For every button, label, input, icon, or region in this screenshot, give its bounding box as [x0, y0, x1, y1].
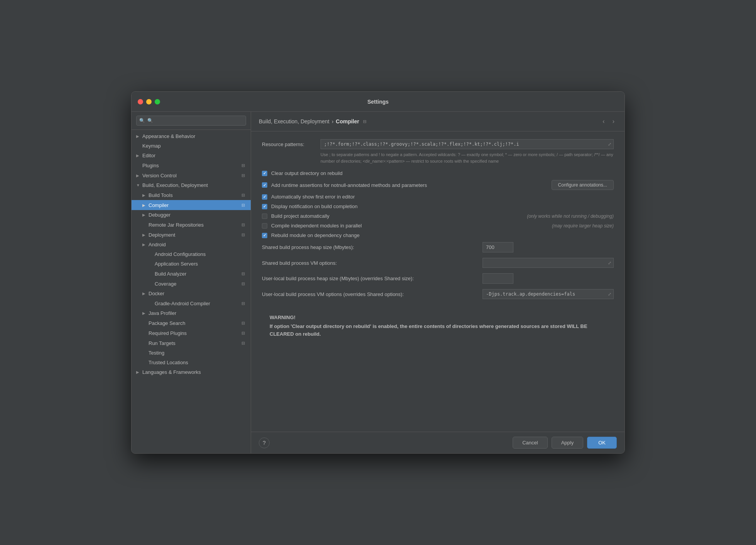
sidebar-item-label: Plugins [142, 163, 240, 168]
sidebar-item-app-servers[interactable]: Application Servers [132, 259, 251, 269]
sidebar-item-android[interactable]: ▶ Android [132, 240, 251, 249]
footer-buttons: Cancel Apply OK [513, 437, 617, 449]
shared-vm-label: Shared build process VM options: [262, 260, 478, 266]
close-button[interactable] [138, 99, 143, 104]
add-runtime-checkbox[interactable] [262, 182, 267, 188]
configure-annotations-button[interactable]: Configure annotations... [552, 180, 614, 190]
breadcrumb-current: Compiler [336, 118, 359, 124]
warning-text: If option 'Clear output directory on reb… [270, 323, 606, 338]
search-input[interactable] [136, 116, 246, 126]
sidebar-item-testing[interactable]: Testing [132, 348, 251, 358]
build-auto-checkbox[interactable] [262, 214, 267, 219]
sidebar-item-label: Android [148, 242, 246, 247]
sidebar-item-docker[interactable]: ▶ Docker [132, 289, 251, 298]
resource-input-wrapper: ⤢ [321, 139, 614, 149]
cancel-button[interactable]: Cancel [513, 437, 547, 449]
compile-parallel-checkbox[interactable] [262, 223, 267, 229]
sync-icon: ⊟ [240, 192, 246, 198]
sidebar-item-editor[interactable]: ▶ Editor [132, 151, 251, 160]
sidebar-item-appearance[interactable]: ▶ Appearance & Behavior [132, 131, 251, 141]
sidebar-item-compiler[interactable]: ▶ Compiler ⊟ [132, 200, 251, 210]
ok-button[interactable]: OK [587, 437, 617, 449]
sidebar-item-plugins[interactable]: Plugins ⊟ [132, 160, 251, 170]
help-button[interactable]: ? [259, 437, 270, 448]
maximize-button[interactable] [155, 99, 160, 104]
sidebar-item-required-plugins[interactable]: Required Plugins ⊟ [132, 328, 251, 338]
sidebar-item-keymap[interactable]: Keymap [132, 141, 251, 151]
footer: ? Cancel Apply OK [251, 432, 624, 453]
local-vm-row: User-local build process VM options (ove… [262, 289, 614, 299]
expand-arrow-icon: ▶ [142, 242, 148, 247]
shared-heap-label: Shared build process heap size (Mbytes): [262, 244, 478, 250]
warning-box: WARNING! If option 'Clear output directo… [262, 308, 614, 344]
window-title: Settings [367, 99, 388, 105]
sync-icon: ⊟ [240, 222, 246, 228]
sidebar-item-package-search[interactable]: Package Search ⊟ [132, 318, 251, 328]
checkbox-add-runtime: Add runtime assertions for notnull-annot… [262, 180, 614, 190]
shared-heap-input[interactable] [483, 242, 513, 252]
sidebar-item-build-execution[interactable]: ▼ Build, Execution, Deployment [132, 180, 251, 190]
sync-icon: ⊟ [240, 172, 246, 178]
expand-arrow-icon: ▶ [136, 134, 142, 138]
local-vm-input[interactable] [483, 289, 614, 299]
sidebar-item-label: Build Tools [148, 192, 240, 198]
sidebar-item-label: Build, Execution, Deployment [142, 182, 246, 188]
clear-output-label: Clear output directory on rebuild [271, 170, 614, 176]
display-notification-label: Display notification on build completion [271, 204, 614, 209]
sync-icon: ⊟ [240, 271, 246, 277]
sidebar-item-run-targets[interactable]: Run Targets ⊟ [132, 338, 251, 348]
sidebar-item-deployment[interactable]: ▶ Deployment ⊟ [132, 230, 251, 240]
shared-vm-input[interactable] [483, 258, 614, 268]
sidebar-item-gradle-android[interactable]: Gradle-Android Compiler ⊟ [132, 298, 251, 308]
sidebar-item-label: Debugger [148, 212, 246, 218]
shared-vm-row: Shared build process VM options: ⤢ [262, 258, 614, 268]
window-controls [138, 99, 160, 104]
sidebar-item-java-profiler[interactable]: ▶ Java Profiler [132, 308, 251, 318]
resource-patterns-input[interactable] [321, 139, 614, 149]
apply-button[interactable]: Apply [552, 437, 584, 449]
sidebar-item-build-analyzer[interactable]: Build Analyzer ⊟ [132, 269, 251, 279]
settings-window: Settings 🔍 ▶ Appearance & Behavior [131, 91, 625, 454]
display-notification-checkbox[interactable] [262, 204, 267, 209]
compile-parallel-note: (may require larger heap size) [552, 223, 614, 229]
sync-icon: ⊟ [240, 300, 246, 306]
build-auto-note: (only works while not running / debuggin… [527, 214, 614, 219]
sidebar-item-label: Docker [148, 291, 246, 296]
sync-icon: ⊟ [240, 202, 246, 208]
auto-show-checkbox[interactable] [262, 194, 267, 200]
sidebar-nav: ▶ Appearance & Behavior Keymap ▶ Editor … [132, 130, 251, 453]
sidebar-item-version-control[interactable]: ▶ Version Control ⊟ [132, 170, 251, 180]
expand-arrow-icon: ▶ [142, 291, 148, 296]
expand-arrow-icon: ▶ [136, 153, 142, 158]
clear-output-checkbox[interactable] [262, 171, 267, 176]
rebuild-module-checkbox[interactable] [262, 233, 267, 238]
sidebar-item-coverage[interactable]: Coverage ⊟ [132, 279, 251, 289]
checkbox-rebuild-module: Rebuild module on dependency change [262, 232, 614, 238]
sidebar-item-android-configs[interactable]: Android Configurations [132, 249, 251, 259]
panel-header: Build, Execution, Deployment › Compiler … [251, 112, 624, 131]
sidebar-item-label: Gradle-Android Compiler [155, 301, 240, 306]
sidebar-item-remote-jar[interactable]: Remote Jar Repositories ⊟ [132, 220, 251, 230]
sidebar-item-trusted-locations[interactable]: Trusted Locations [132, 358, 251, 367]
local-heap-input[interactable] [483, 273, 513, 284]
nav-back-button[interactable]: ‹ [600, 117, 607, 126]
expand-arrow-icon: ▶ [142, 193, 148, 197]
sidebar-item-build-tools[interactable]: ▶ Build Tools ⊟ [132, 190, 251, 200]
minimize-button[interactable] [146, 99, 152, 104]
rebuild-module-label: Rebuild module on dependency change [271, 232, 614, 238]
sidebar-item-label: Deployment [148, 232, 240, 238]
expand-arrow-icon: ▶ [142, 213, 148, 217]
add-runtime-label: Add runtime assertions for notnull-annot… [271, 182, 548, 188]
checkbox-compile-parallel: Compile independent modules in parallel … [262, 223, 614, 229]
breadcrumb: Build, Execution, Deployment › Compiler … [259, 118, 366, 124]
sidebar-item-languages[interactable]: ▶ Languages & Frameworks [132, 367, 251, 377]
main-panel: Build, Execution, Deployment › Compiler … [251, 112, 624, 453]
content-area: 🔍 ▶ Appearance & Behavior Keymap ▶ [132, 112, 624, 453]
local-heap-row: User-local build process heap size (Mbyt… [262, 273, 614, 284]
breadcrumb-parent[interactable]: Build, Execution, Deployment [259, 118, 329, 124]
sidebar-item-label: Appearance & Behavior [142, 133, 246, 139]
nav-forward-button[interactable]: › [610, 117, 617, 126]
sync-icon: ⊟ [240, 232, 246, 238]
sidebar-item-debugger[interactable]: ▶ Debugger [132, 210, 251, 220]
resource-patterns-label: Resource patterns: [262, 139, 316, 147]
